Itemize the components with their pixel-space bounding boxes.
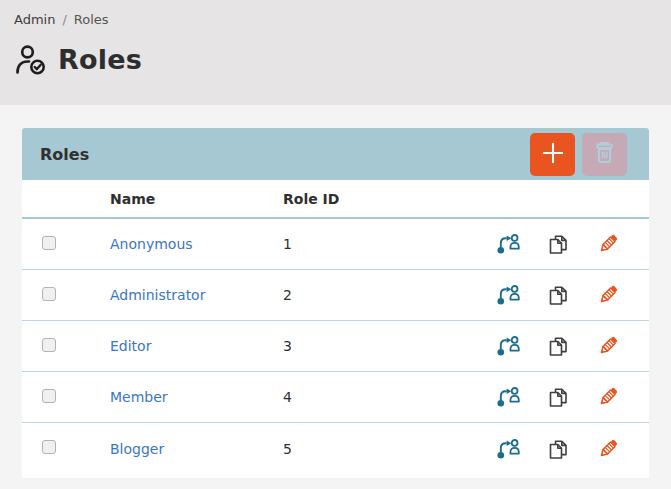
trash-icon (591, 139, 618, 169)
row-checkbox[interactable] (42, 440, 56, 454)
edit-pencil-icon (596, 449, 620, 464)
edit-pencil-icon (596, 244, 620, 259)
assign-users-icon (496, 449, 520, 464)
plus-icon (540, 140, 566, 169)
row-checkbox[interactable] (42, 236, 56, 250)
copy-icon (546, 449, 570, 464)
add-role-button[interactable] (530, 133, 575, 176)
page-title: Roles (58, 44, 142, 75)
role-name-link[interactable]: Blogger (110, 441, 164, 457)
edit-pencil-icon (596, 397, 620, 412)
role-name-link[interactable]: Anonymous (110, 236, 193, 252)
user-check-icon (14, 44, 48, 75)
copy-role-button[interactable] (546, 334, 570, 358)
assign-users-icon (496, 397, 520, 412)
panel-title: Roles (40, 145, 89, 164)
edit-role-button[interactable] (596, 334, 620, 358)
breadcrumb: Admin / Roles (14, 12, 657, 27)
table-row: Blogger 5 (22, 423, 649, 474)
roles-panel: Roles (22, 128, 649, 478)
role-id-value: 5 (283, 441, 479, 457)
assign-users-icon (496, 295, 520, 310)
role-name-link[interactable]: Member (110, 389, 168, 405)
table-row: Editor 3 (22, 321, 649, 372)
edit-role-button[interactable] (596, 283, 620, 307)
row-checkbox[interactable] (42, 338, 56, 352)
role-id-value: 1 (283, 236, 479, 252)
breadcrumb-roles: Roles (74, 12, 109, 27)
copy-role-button[interactable] (546, 385, 570, 409)
breadcrumb-separator: / (62, 12, 66, 27)
edit-pencil-icon (596, 295, 620, 310)
assign-users-button[interactable] (496, 232, 520, 256)
role-id-value: 3 (283, 338, 479, 354)
assign-users-button[interactable] (496, 283, 520, 307)
edit-role-button[interactable] (596, 385, 620, 409)
table-row: Member 4 (22, 372, 649, 423)
copy-role-button[interactable] (546, 283, 570, 307)
column-header-role-id: Role ID (283, 191, 479, 207)
role-id-value: 2 (283, 287, 479, 303)
role-name-link[interactable]: Editor (110, 338, 151, 354)
edit-pencil-icon (596, 346, 620, 361)
column-header-name: Name (90, 191, 283, 207)
role-id-value: 4 (283, 389, 479, 405)
edit-role-button[interactable] (596, 437, 620, 461)
delete-roles-button[interactable] (582, 133, 627, 176)
copy-icon (546, 295, 570, 310)
assign-users-button[interactable] (496, 437, 520, 461)
panel-header: Roles (22, 128, 649, 180)
table-header-row: Name Role ID (22, 180, 649, 219)
copy-icon (546, 397, 570, 412)
edit-role-button[interactable] (596, 232, 620, 256)
assign-users-button[interactable] (496, 334, 520, 358)
row-checkbox[interactable] (42, 287, 56, 301)
assign-users-button[interactable] (496, 385, 520, 409)
row-checkbox[interactable] (42, 389, 56, 403)
copy-role-button[interactable] (546, 437, 570, 461)
assign-users-icon (496, 346, 520, 361)
copy-role-button[interactable] (546, 232, 570, 256)
assign-users-icon (496, 244, 520, 259)
breadcrumb-admin[interactable]: Admin (14, 12, 55, 27)
roles-table: Name Role ID Anonymous 1 Administrator 2 (22, 180, 649, 474)
copy-icon (546, 346, 570, 361)
table-row: Anonymous 1 (22, 219, 649, 270)
copy-icon (546, 244, 570, 259)
page-header: Admin / Roles Roles (0, 0, 671, 105)
role-name-link[interactable]: Administrator (110, 287, 205, 303)
table-row: Administrator 2 (22, 270, 649, 321)
